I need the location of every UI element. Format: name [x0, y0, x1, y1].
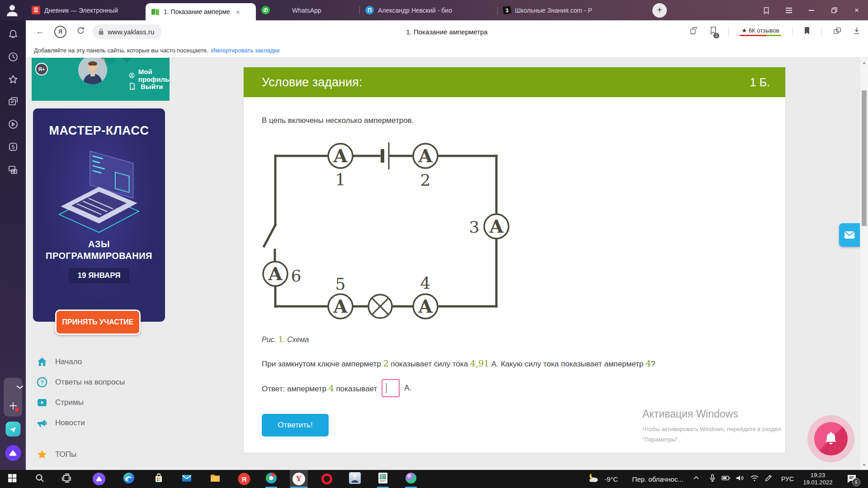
notification-center-icon[interactable]: 6: [846, 474, 857, 484]
tray-date: 19.01.2022: [799, 479, 836, 486]
close-button[interactable]: ×: [845, 0, 868, 20]
taskbar-explorer-icon[interactable]: [209, 472, 221, 486]
chat-widget-button[interactable]: [807, 415, 854, 462]
start-button-icon[interactable]: [7, 473, 17, 485]
taskbar-sphere-icon[interactable]: [405, 472, 417, 486]
answer-row: Ответ: амперметр 4 показывает А.: [262, 379, 411, 397]
tray-chevron-icon[interactable]: [693, 474, 700, 483]
refresh-icon[interactable]: [76, 26, 85, 37]
collections-icon[interactable]: 2: [709, 26, 717, 37]
speaker-icon[interactable]: [735, 474, 744, 484]
bookmark-icon[interactable]: [803, 27, 811, 37]
language-indicator[interactable]: РУС: [781, 475, 794, 483]
ammeter-symbol: A: [418, 296, 433, 317]
ad-subtitle2: ПРОГРАММИРОВАНИЯ: [33, 250, 165, 262]
tabs-count-icon[interactable]: 5: [7, 141, 19, 155]
microphone-icon[interactable]: [708, 474, 717, 484]
sidebar-item-home[interactable]: Начало: [32, 352, 170, 372]
weather-desc[interactable]: Пер. облачнос...: [632, 475, 683, 483]
search-icon[interactable]: [35, 473, 45, 485]
history-clock-icon[interactable]: [7, 51, 19, 65]
import-bookmarks-link[interactable]: Импортировать закладки: [211, 47, 280, 54]
my-profile-label: Мой профиль: [138, 68, 170, 83]
minimize-icon: [809, 10, 814, 11]
address-bar[interactable]: www.yaklass.ru: [93, 24, 161, 39]
taskbar-edge-icon[interactable]: [123, 472, 135, 486]
taskbar-picture-icon[interactable]: [349, 472, 361, 486]
battery-icon[interactable]: [721, 474, 731, 484]
tab-yaklass-active[interactable]: 1. Показание амперме ×: [146, 3, 256, 20]
logout-link[interactable]: Выйти: [129, 82, 163, 90]
ammeter-label-4: 4: [420, 274, 431, 292]
ad-banner[interactable]: МАСТЕР-КЛАСС АЗЫ ПРОГРАММИРОВАНИЯ 19 ЯНВ…: [33, 108, 165, 322]
messenger-icon[interactable]: [5, 422, 20, 436]
add-app-plus-icon[interactable]: [8, 401, 18, 411]
screenshot-icon[interactable]: [7, 164, 19, 178]
taskbar-mail-icon[interactable]: [181, 472, 193, 486]
taskbar-store-icon[interactable]: [153, 472, 165, 486]
ad-cta-button[interactable]: ПРИНЯТЬ УЧАСТИЕ: [55, 310, 141, 335]
scroll-down-icon[interactable]: ▼: [860, 461, 868, 469]
sidebar-item-news[interactable]: Новости: [32, 413, 170, 433]
chat-bell-icon: [823, 431, 839, 446]
profile-avatar-icon[interactable]: [5, 3, 20, 18]
scrollbar-thumb[interactable]: [862, 90, 867, 226]
answer-input[interactable]: [382, 379, 400, 397]
sidebar-item-label: Стримы: [55, 398, 84, 407]
tab-title: Александр Невский - био: [378, 7, 452, 14]
tabs-count-badge: 5: [11, 144, 14, 150]
reviews-widget[interactable]: ★ 6К отзывов: [740, 27, 781, 36]
tab-close-icon[interactable]: ×: [236, 8, 240, 16]
sidebar-item-streams[interactable]: Стримы: [32, 392, 170, 413]
taskbar-document-icon[interactable]: [377, 472, 388, 486]
tab-panel-icon[interactable]: [755, 0, 778, 20]
download-icon[interactable]: [853, 26, 861, 37]
minimize-button[interactable]: [800, 0, 823, 20]
taskbar-opera-icon[interactable]: [321, 474, 332, 484]
taskbar-services-icon[interactable]: [265, 472, 278, 486]
yandex-home-icon[interactable]: Я: [54, 26, 66, 38]
restore-button[interactable]: [823, 0, 845, 20]
pen-icon[interactable]: [764, 474, 773, 484]
share-page-icon[interactable]: [689, 26, 698, 37]
taskbar-alice-icon[interactable]: [93, 473, 105, 485]
extensions-icon[interactable]: [833, 26, 842, 37]
task-view-icon[interactable]: [61, 473, 71, 485]
windows-activation-watermark: Активация Windows Чтобы активировать Win…: [642, 408, 781, 445]
reviews-bar: [740, 35, 781, 36]
url-text: www.yaklass.ru: [108, 28, 154, 36]
tab-dnevnik[interactable]: Дневник — Электронный: [26, 0, 146, 20]
clock-widget[interactable]: 19:23 19.01.2022: [799, 472, 836, 486]
sidebar-item-label: ТОПы: [55, 450, 76, 459]
my-profile-link[interactable]: Мой профиль: [129, 68, 170, 83]
notifications-bell-icon[interactable]: [7, 28, 19, 42]
tab-wiki[interactable]: П Александр Невский - био: [360, 0, 497, 20]
scroll-up-icon[interactable]: ▲: [860, 59, 868, 67]
network-icon[interactable]: [750, 474, 760, 484]
user-avatar[interactable]: [78, 58, 107, 84]
taskbar-yandex-browser-icon[interactable]: Y: [292, 473, 305, 485]
taskbar-yandex-start-icon[interactable]: Я: [238, 473, 250, 485]
browser-tab-bar: Дневник — Электронный 1. Показание ампер…: [0, 0, 868, 20]
new-tab-button[interactable]: +: [652, 3, 667, 18]
sidebar-item-answers[interactable]: ? Ответы на вопросы: [32, 372, 170, 392]
sidebar-item-label: Ответы на вопросы: [55, 378, 125, 387]
profile-panel: Я+ Мой профиль Выйти: [32, 58, 170, 101]
ammeter-label-2: 2: [420, 171, 431, 189]
bookmarks-star-icon[interactable]: [7, 74, 19, 87]
scrollbar[interactable]: ▲ ▼: [860, 58, 868, 470]
circuit-diagram: A A A A A A 1 2 3 4 5 6: [258, 136, 511, 326]
video-play-icon[interactable]: [7, 118, 19, 132]
submit-button[interactable]: Ответить!: [262, 414, 329, 436]
weather-icon[interactable]: [588, 472, 599, 486]
feedback-mail-tab[interactable]: [839, 223, 860, 247]
tab-znania[interactable]: 3 Школьные Знания.com - Р: [498, 0, 644, 20]
back-icon[interactable]: ←: [36, 27, 44, 37]
sidebar-item-tops[interactable]: ТОПы: [32, 444, 170, 465]
menu-icon[interactable]: [778, 0, 800, 20]
alice-assistant-icon[interactable]: [5, 445, 21, 461]
weather-temp[interactable]: -9°C: [604, 475, 618, 483]
tab-whatsapp[interactable]: ✆ WhatsApp: [256, 0, 359, 20]
collections-cards-icon[interactable]: [7, 96, 19, 109]
ammeter-label-5: 5: [335, 275, 346, 293]
